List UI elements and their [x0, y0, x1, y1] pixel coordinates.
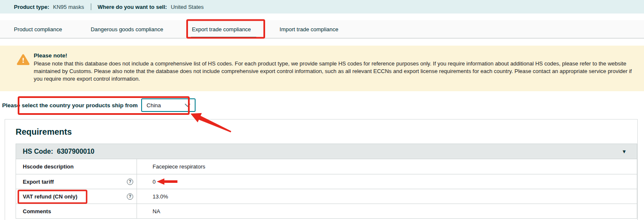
tab-export-trade-compliance[interactable]: Export trade compliance — [192, 20, 251, 38]
sell-where-value: United States — [171, 4, 204, 10]
requirements-heading: Requirements — [16, 127, 637, 137]
row-label-text: Export tariff — [23, 179, 54, 185]
notice-title: Please note! — [34, 52, 641, 59]
hs-code-value: 6307900010 — [57, 148, 94, 155]
warning-icon — [0, 52, 34, 91]
notice-body: Please note that this database does not … — [34, 60, 641, 83]
help-icon[interactable]: ? — [127, 179, 133, 185]
row-value: 0 — [137, 174, 156, 189]
row-label: VAT refund (CN only) ? — [16, 189, 137, 204]
ship-from-select[interactable]: China — [141, 98, 196, 112]
hs-code-label: HS Code: — [23, 148, 53, 155]
ship-from-label: Please select the country your products … — [2, 102, 138, 109]
hs-code-table: HS Code: 6307900010 ▼ Hscode description… — [16, 144, 637, 219]
ship-from-row: Please select the country your products … — [0, 98, 644, 112]
chevron-down-icon — [185, 102, 191, 109]
row-value: Facepiece respirators — [137, 159, 205, 174]
row-label-text: Comments — [23, 208, 51, 215]
compliance-tab-bar: Product compliance Dangerous goods compl… — [0, 20, 644, 38]
row-label-text: VAT refund (CN only) — [23, 193, 78, 200]
row-label-text: Hscode description — [23, 163, 74, 170]
help-icon[interactable]: ? — [127, 193, 133, 200]
table-row-vat-refund: VAT refund (CN only) ? 13.0% — [16, 189, 637, 204]
product-type-label: Product type: — [14, 4, 49, 10]
tab-import-trade-compliance[interactable]: Import trade compliance — [279, 20, 338, 38]
vertical-divider — [91, 3, 91, 10]
ship-from-selected-value: China — [147, 102, 161, 109]
requirements-panel: Requirements HS Code: 6307900010 ▼ Hscod… — [5, 119, 638, 220]
hs-code-accordion-header[interactable]: HS Code: 6307900010 ▼ — [16, 144, 637, 159]
context-bar: Product type: KN95 masks Where do you wa… — [0, 0, 644, 14]
tab-product-compliance[interactable]: Product compliance — [14, 20, 62, 38]
table-row-hscode-description: Hscode description Facepiece respirators — [16, 159, 637, 174]
row-value: NA — [137, 204, 160, 218]
product-type-value: KN95 masks — [53, 4, 84, 10]
caret-down-icon[interactable]: ▼ — [622, 149, 627, 155]
notice-text: Please note! Please note that this datab… — [34, 52, 641, 91]
row-value: 13.0% — [137, 189, 168, 204]
row-label: Comments — [16, 204, 137, 218]
tab-dangerous-goods-compliance[interactable]: Dangerous goods compliance — [91, 20, 163, 38]
row-label: Hscode description — [16, 159, 137, 174]
sell-where-label: Where do you want to sell: — [98, 4, 167, 10]
please-note-banner: Please note! Please note that this datab… — [0, 46, 644, 91]
table-row-comments: Comments NA — [16, 204, 637, 218]
table-row-export-tariff: Export tariff ? 0 — [16, 174, 637, 189]
row-label: Export tariff ? — [16, 174, 137, 189]
